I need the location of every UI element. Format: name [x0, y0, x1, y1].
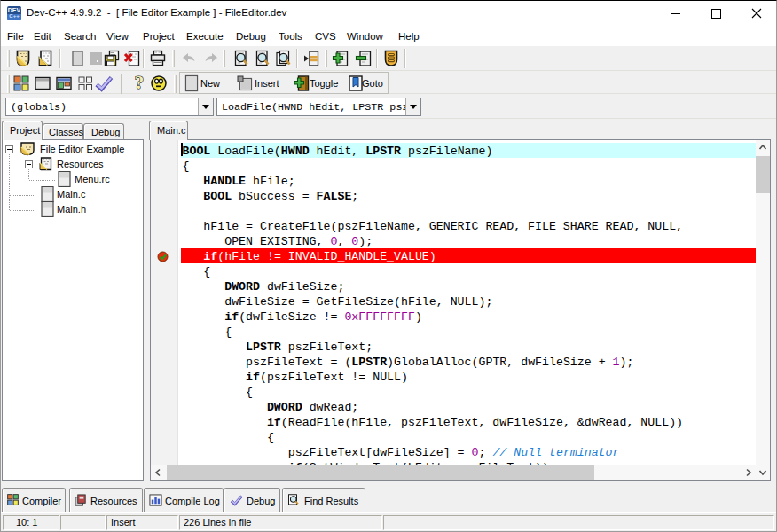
svg-text:?: ?: [135, 74, 145, 92]
